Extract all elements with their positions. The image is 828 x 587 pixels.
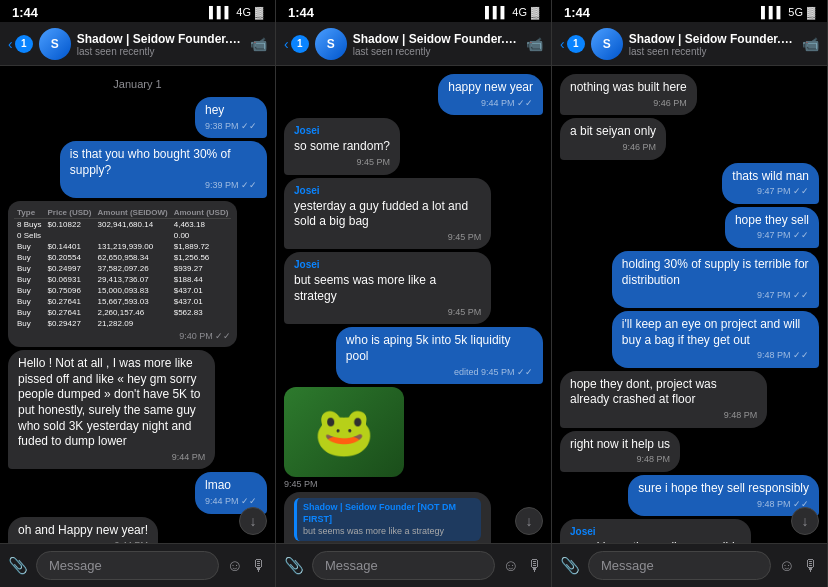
msg-2-3: Josei yesterday a guy fudded a lot and s…: [284, 178, 491, 250]
pepe-sticker: 🐸: [284, 387, 404, 477]
msg-2-7: Shadow | Seidow Founder [NOT DM FIRST] b…: [284, 492, 491, 543]
video-call-icon-2[interactable]: 📹: [526, 36, 543, 52]
battery-icon-1: ▓: [255, 6, 263, 18]
scroll-down-btn-2[interactable]: ↓: [515, 507, 543, 535]
signal-icon-2: ▌▌▌: [485, 6, 508, 18]
header-actions-3: 📹: [802, 36, 819, 52]
message-input-3[interactable]: Message: [588, 551, 771, 580]
messages-area-3: nothing was built here 9:46 PM a bit sei…: [552, 66, 827, 543]
panel-1: 1:44 ▌▌▌ 4G ▓ ‹ 1 S Shadow | Seidow Foun…: [0, 0, 276, 587]
msg-time-1-1: 9:38 PM ✓✓: [205, 121, 257, 133]
attachment-icon-2[interactable]: 📎: [284, 556, 304, 575]
msg-2-4: Josei but seems was more like a strategy…: [284, 252, 491, 324]
contact-name-2: Shadow | Seidow Founder... ★: [353, 31, 520, 46]
status-icons-1: ▌▌▌ 4G ▓: [209, 6, 263, 18]
video-call-icon-3[interactable]: 📹: [802, 36, 819, 52]
col-amount-s: Amount (SEIDOW): [94, 207, 170, 219]
back-button-3[interactable]: ‹ 1: [560, 35, 585, 53]
contact-name-3: Shadow | Seidow Founder... ★: [629, 31, 796, 46]
date-label-1: January 1: [8, 78, 267, 90]
avatar-1: S: [39, 28, 71, 60]
msg-time-1-2: 9:39 PM ✓✓: [70, 180, 257, 192]
message-input-2[interactable]: Message: [312, 551, 495, 580]
msg-3-7: right now it help us 9:48 PM: [560, 431, 680, 472]
msg-3-8: sure i hope they sell responsibly 9:48 P…: [628, 475, 819, 516]
msg-1-6: oh and Happy new year! 9:44 PM: [8, 517, 158, 543]
attachment-icon-1[interactable]: 📎: [8, 556, 28, 575]
col-price: Price (USD): [44, 207, 94, 219]
mic-icon-1[interactable]: 🎙: [251, 557, 267, 575]
contact-status-1: last seen recently: [77, 46, 244, 57]
input-bar-3: 📎 Message ☺ 🎙: [552, 543, 827, 587]
scroll-down-btn-3[interactable]: ↓: [791, 507, 819, 535]
network-type-3: 5G: [788, 6, 803, 18]
table-message-1: Type Price (USD) Amount (SEIDOW) Amount …: [8, 201, 237, 347]
emoji-icon-2[interactable]: ☺: [503, 557, 519, 575]
message-input-1[interactable]: Message: [36, 551, 219, 580]
avatar-2: S: [315, 28, 347, 60]
back-chevron-icon-2: ‹: [284, 36, 289, 52]
status-bar-2: 1:44 ▌▌▌ 4G ▓: [276, 0, 551, 22]
messages-area-2: happy new year 9:44 PM ✓✓ Josei so some …: [276, 66, 551, 543]
quote-block-2-7: Shadow | Seidow Founder [NOT DM FIRST] b…: [294, 498, 481, 541]
col-type: Type: [14, 207, 44, 219]
status-bar-1: 1:44 ▌▌▌ 4G ▓: [0, 0, 275, 22]
time-1: 1:44: [12, 5, 38, 20]
header-info-2: Shadow | Seidow Founder... ★ last seen r…: [353, 31, 520, 57]
battery-icon-2: ▓: [531, 6, 539, 18]
header-actions-2: 📹: [526, 36, 543, 52]
msg-1-4: Hello ! Not at all , I was more like pis…: [8, 350, 215, 469]
back-badge-3: 1: [567, 35, 585, 53]
status-icons-2: ▌▌▌ 4G ▓: [485, 6, 539, 18]
panel-2: 1:44 ▌▌▌ 4G ▓ ‹ 1 S Shadow | Seidow Foun…: [276, 0, 552, 587]
back-badge-2: 1: [291, 35, 309, 53]
emoji-icon-1[interactable]: ☺: [227, 557, 243, 575]
header-info-3: Shadow | Seidow Founder... ★ last seen r…: [629, 31, 796, 57]
time-3: 1:44: [564, 5, 590, 20]
msg-2-5: who is aping 5k into 5k liquidity pool e…: [336, 327, 543, 384]
msg-1-1: hey 9:38 PM ✓✓: [195, 97, 267, 138]
video-call-icon-1[interactable]: 📹: [250, 36, 267, 52]
back-button-1[interactable]: ‹ 1: [8, 35, 33, 53]
emoji-icon-3[interactable]: ☺: [779, 557, 795, 575]
msg-time-1-4: 9:44 PM: [18, 452, 205, 464]
msg-1-2: is that you who bought 30% of supply? 9:…: [60, 141, 267, 198]
input-bar-1: 📎 Message ☺ 🎙: [0, 543, 275, 587]
col-amount-u: Amount (USD): [171, 207, 232, 219]
contact-name-1: Shadow | Seidow Founder... ★: [77, 31, 244, 46]
status-bar-3: 1:44 ▌▌▌ 5G ▓: [552, 0, 827, 22]
msg-2-1: happy new year 9:44 PM ✓✓: [438, 74, 543, 115]
messages-area-1: January 1 hey 9:38 PM ✓✓ is that you who…: [0, 66, 275, 543]
chat-header-3: ‹ 1 S Shadow | Seidow Founder... ★ last …: [552, 22, 827, 66]
chat-header-2: ‹ 1 S Shadow | Seidow Founder... ★ last …: [276, 22, 551, 66]
network-type-1: 4G: [236, 6, 251, 18]
signal-icon-3: ▌▌▌: [761, 6, 784, 18]
network-type-2: 4G: [512, 6, 527, 18]
msg-3-3: hope they sell 9:47 PM ✓✓: [725, 207, 819, 248]
msg-3-4: holding 30% of supply is terrible for di…: [612, 251, 819, 308]
header-info-1: Shadow | Seidow Founder... ★ last seen r…: [77, 31, 244, 57]
battery-icon-3: ▓: [807, 6, 815, 18]
msg-3-1: a bit seiyan only 9:46 PM: [560, 118, 666, 159]
msg-3-2: thats wild man 9:47 PM ✓✓: [722, 163, 819, 204]
chat-header-1: ‹ 1 S Shadow | Seidow Founder... ★ last …: [0, 22, 275, 66]
avatar-3: S: [591, 28, 623, 60]
mic-icon-2[interactable]: 🎙: [527, 557, 543, 575]
contact-status-3: last seen recently: [629, 46, 796, 57]
status-icons-3: ▌▌▌ 5G ▓: [761, 6, 815, 18]
signal-icon-1: ▌▌▌: [209, 6, 232, 18]
contact-status-2: last seen recently: [353, 46, 520, 57]
msg-3-0: nothing was built here 9:46 PM: [560, 74, 697, 115]
time-2: 1:44: [288, 5, 314, 20]
back-chevron-icon-1: ‹: [8, 36, 13, 52]
panel-3: 1:44 ▌▌▌ 5G ▓ ‹ 1 S Shadow | Seidow Foun…: [552, 0, 828, 587]
back-button-2[interactable]: ‹ 1: [284, 35, 309, 53]
scroll-down-btn-1[interactable]: ↓: [239, 507, 267, 535]
msg-3-9: Josei sure i hope they sell responsibly …: [560, 519, 751, 543]
msg-3-6: hope they dont, project was already cras…: [560, 371, 767, 428]
header-actions-1: 📹: [250, 36, 267, 52]
mic-icon-3[interactable]: 🎙: [803, 557, 819, 575]
msg-3-5: i'll keep an eye on project and will buy…: [612, 311, 819, 368]
attachment-icon-3[interactable]: 📎: [560, 556, 580, 575]
msg-2-2: Josei so some random? 9:45 PM: [284, 118, 400, 174]
